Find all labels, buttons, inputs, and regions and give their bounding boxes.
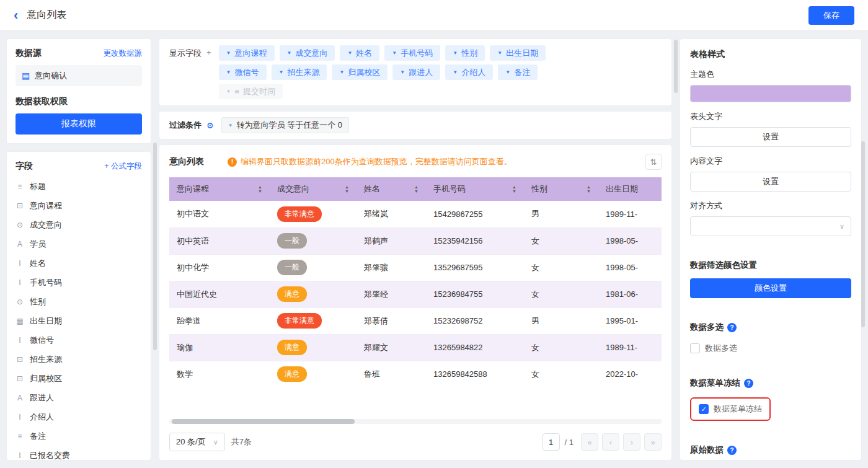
field-item[interactable]: Ⅰ已报名交费 bbox=[16, 446, 142, 461]
column-sort-icon[interactable]: ▲▼ bbox=[512, 185, 516, 193]
horizontal-scrollbar-thumb[interactable] bbox=[172, 419, 355, 424]
field-label: 出生日期 bbox=[30, 316, 62, 327]
cell-name: 鲁班 bbox=[356, 361, 426, 387]
save-button[interactable]: 保存 bbox=[808, 6, 854, 25]
multi-select-checkbox-row[interactable]: 数据多选 bbox=[690, 343, 851, 354]
notice: ! 编辑界面只取数据源前200条作为查询数据预览，完整数据请访问页面查看。 bbox=[228, 156, 639, 167]
column-sort-icon[interactable]: ▲▼ bbox=[414, 185, 418, 193]
page-size-select[interactable]: 20 条/页 ∨ bbox=[169, 433, 225, 451]
report-permission-button[interactable]: 报表权限 bbox=[16, 113, 142, 135]
help-icon[interactable]: ? bbox=[727, 446, 737, 455]
gear-icon[interactable]: ⚙ bbox=[206, 121, 214, 130]
help-icon[interactable]: ? bbox=[727, 323, 737, 332]
sort-toggle-button[interactable]: ⇅ bbox=[645, 154, 662, 170]
column-sort-icon[interactable]: ▲▼ bbox=[258, 185, 262, 193]
chevron-down-icon: ∨ bbox=[839, 223, 844, 231]
field-item[interactable]: ⊙性别 bbox=[16, 292, 142, 311]
field-item[interactable]: ⊡意向课程 bbox=[16, 196, 142, 215]
header-text-set-button[interactable]: 设置 bbox=[690, 127, 851, 147]
page-scrollbar[interactable] bbox=[861, 141, 865, 327]
field-item[interactable]: Ⅰ手机号码 bbox=[16, 273, 142, 292]
field-item[interactable]: ≡标题 bbox=[16, 177, 142, 196]
table-row[interactable]: 初中语文非常满意郑绪岚15429867255男1989-11- bbox=[169, 201, 662, 227]
filter-chip[interactable]: ▼ 转为意向学员 等于任意一个 0 bbox=[221, 117, 349, 133]
pagination: 20 条/页 ∨ 共7条 1 / 1 « ‹ › » bbox=[169, 433, 662, 451]
next-page-button[interactable]: › bbox=[623, 433, 640, 451]
freeze-highlight-box[interactable]: ✓ 数据菜单冻结 bbox=[690, 397, 771, 421]
caret-down-icon: ▼ bbox=[453, 69, 458, 75]
display-tag[interactable]: ▼备注 bbox=[498, 64, 538, 80]
display-tag[interactable]: ▼微信号 bbox=[219, 64, 267, 80]
table-row[interactable]: 中国近代史满意郑肇经15236984755女1981-06- bbox=[169, 281, 662, 307]
cell-name: 郑肇经 bbox=[356, 281, 426, 307]
display-tag[interactable]: ▼出生日期 bbox=[490, 45, 546, 61]
column-header[interactable]: 姓名▲▼ bbox=[356, 177, 426, 201]
select-field-icon: ⊡ bbox=[16, 201, 24, 210]
checkbox-checked[interactable]: ✓ bbox=[699, 404, 709, 414]
display-tag[interactable]: ▼意向课程 bbox=[219, 45, 275, 61]
current-page[interactable]: 1 bbox=[542, 433, 560, 451]
table-title: 意向列表 bbox=[169, 156, 204, 167]
content-text-label: 内容文字 bbox=[690, 156, 851, 167]
last-page-button[interactable]: » bbox=[644, 433, 662, 451]
caret-down-icon: ▼ bbox=[453, 50, 458, 56]
main-scrollbar[interactable] bbox=[674, 40, 678, 93]
theme-color-swatch[interactable] bbox=[690, 85, 851, 102]
field-item[interactable]: ≡备注 bbox=[16, 426, 142, 446]
display-tag[interactable]: ▼姓名 bbox=[340, 45, 379, 61]
first-page-button[interactable]: « bbox=[581, 433, 598, 451]
help-icon[interactable]: ? bbox=[744, 379, 753, 388]
change-datasource-link[interactable]: 更改数据源 bbox=[104, 48, 143, 59]
column-sort-icon[interactable]: ▲▼ bbox=[345, 185, 349, 193]
color-set-button[interactable]: 颜色设置 bbox=[690, 278, 851, 298]
display-tag[interactable]: ▼手机号码 bbox=[384, 45, 440, 61]
display-fields-label: 显示字段 bbox=[169, 48, 202, 99]
column-header[interactable]: 成交意向▲▼ bbox=[270, 177, 356, 201]
display-tag[interactable]: ▼招生来源 bbox=[272, 64, 327, 80]
caret-down-icon: ▼ bbox=[287, 50, 292, 56]
checkbox-unchecked[interactable] bbox=[690, 343, 700, 353]
add-field-icon[interactable]: + bbox=[206, 48, 211, 99]
field-item[interactable]: Ⅰ姓名 bbox=[16, 254, 142, 273]
column-header[interactable]: 出生日期▲▼ bbox=[598, 177, 662, 201]
display-tag-disabled[interactable]: ▼≡提交时间 bbox=[219, 84, 283, 99]
field-item[interactable]: Ⅰ微信号 bbox=[16, 330, 142, 350]
column-header[interactable]: 性别▲▼ bbox=[524, 177, 598, 201]
prev-page-button[interactable]: ‹ bbox=[602, 433, 619, 451]
intent-badge: 满意 bbox=[277, 286, 307, 302]
field-item[interactable]: ⊡归属校区 bbox=[16, 369, 142, 388]
table-row[interactable]: 数学满意鲁班132659842588女2022-10- bbox=[169, 361, 662, 387]
text-field-icon: Ⅰ bbox=[16, 278, 24, 287]
datasource-item[interactable]: ▤ 意向确认 bbox=[16, 65, 142, 86]
column-header[interactable]: 意向课程▲▼ bbox=[169, 177, 270, 201]
column-sort-icon[interactable]: ▲▼ bbox=[587, 185, 591, 193]
style-panel: 表格样式 主题色 表头文字 设置 内容文字 设置 对齐方式 ∨ 数据筛选颜色设置… bbox=[680, 38, 862, 461]
table-row[interactable]: 跆拳道非常满意郑慕倩15232698752男1995-01- bbox=[169, 307, 662, 334]
field-item[interactable]: A学员 bbox=[16, 234, 142, 254]
field-item[interactable]: ⊡招生来源 bbox=[16, 350, 142, 369]
display-tag[interactable]: ▼归属校区 bbox=[332, 64, 388, 80]
table-row[interactable]: 瑜伽满意郑耀文13265984822女1989-11- bbox=[169, 334, 662, 361]
table-row[interactable]: 初中化学一般郑肇骧13529687595女1998-05- bbox=[169, 254, 662, 281]
sidebar-scrollbar[interactable] bbox=[153, 143, 157, 350]
table-body: 初中语文非常满意郑绪岚15429867255男1989-11-初中英语一般郑鹤声… bbox=[169, 201, 662, 387]
display-tag[interactable]: ▼性别 bbox=[445, 45, 485, 61]
content-text-set-button[interactable]: 设置 bbox=[690, 172, 851, 192]
column-header[interactable]: 手机号码▲▼ bbox=[426, 177, 524, 201]
radio-field-icon: ⊙ bbox=[16, 221, 24, 229]
title-field-icon: ≡ bbox=[16, 432, 24, 441]
cell-gender: 男 bbox=[524, 201, 598, 227]
fields-card: 字段 + 公式字段 ≡标题⊡意向课程⊙成交意向A学员Ⅰ姓名Ⅰ手机号码⊙性别▦出生… bbox=[6, 151, 151, 461]
back-icon[interactable]: ‹ bbox=[14, 9, 18, 22]
field-item[interactable]: A跟进人 bbox=[16, 388, 142, 407]
table-row[interactable]: 初中英语一般郑鹤声15235942156女1998-05- bbox=[169, 227, 662, 254]
display-tag[interactable]: ▼介绍人 bbox=[445, 64, 493, 80]
field-item[interactable]: ⊙成交意向 bbox=[16, 215, 142, 234]
display-tag[interactable]: ▼成交意向 bbox=[280, 45, 335, 61]
horizontal-scrollbar[interactable] bbox=[169, 419, 662, 424]
formula-field-link[interactable]: + 公式字段 bbox=[104, 161, 142, 172]
field-item[interactable]: Ⅰ介绍人 bbox=[16, 407, 142, 426]
align-select[interactable]: ∨ bbox=[690, 216, 851, 236]
display-tag[interactable]: ▼跟进人 bbox=[392, 64, 440, 80]
field-item[interactable]: ▦出生日期 bbox=[16, 311, 142, 330]
